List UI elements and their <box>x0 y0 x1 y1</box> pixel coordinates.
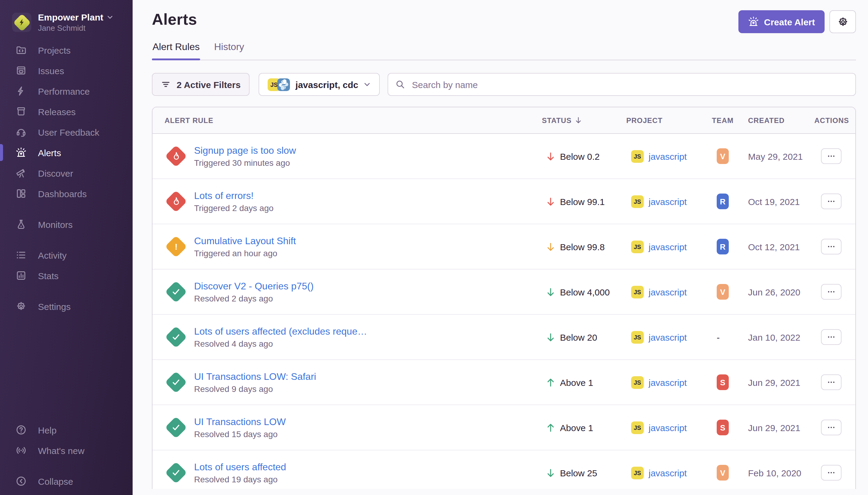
row-actions-button[interactable] <box>821 284 841 300</box>
trend-down-icon <box>545 151 556 161</box>
siren-icon <box>16 147 27 158</box>
create-alert-button[interactable]: Create Alert <box>738 10 824 33</box>
dashboards-icon <box>16 188 27 199</box>
alerts-settings-button[interactable] <box>829 10 856 33</box>
status-threshold: Above 1 <box>560 377 593 387</box>
tab-alert-rules[interactable]: Alert Rules <box>152 41 201 60</box>
fire-icon <box>171 151 181 161</box>
sidebar-item-stats[interactable]: Stats <box>0 265 133 286</box>
row-actions-button[interactable] <box>821 239 841 254</box>
ellipsis-icon <box>827 332 836 342</box>
column-header-status[interactable]: Status <box>542 116 626 124</box>
row-actions-button[interactable] <box>821 193 841 209</box>
sidebar-item-alerts[interactable]: Alerts <box>0 142 133 163</box>
sidebar-item-performance[interactable]: Performance <box>0 81 133 101</box>
alert-rule-link[interactable]: Lots of errors! <box>194 190 274 201</box>
column-header-alert-rule[interactable]: Alert Rule <box>153 116 542 124</box>
check-icon <box>171 377 181 387</box>
sidebar-footer: Help What's new Collapse <box>0 420 133 491</box>
table-row: ! Cumulative Layout Shift Triggered an h… <box>153 224 855 270</box>
search-icon <box>396 80 405 89</box>
project-link[interactable]: javascript <box>648 151 687 161</box>
column-header-project[interactable]: Project <box>626 116 712 124</box>
row-actions-button[interactable] <box>821 420 841 435</box>
alert-rule-link[interactable]: UI Transactions LOW <box>194 416 286 427</box>
trend-up-icon <box>545 377 556 387</box>
active-filters-button[interactable]: 2 Active Filters <box>152 73 249 96</box>
status-threshold: Below 99.8 <box>560 241 605 252</box>
chevron-down-icon <box>364 81 371 88</box>
table-header-row: Alert Rule Status Project Team Created A… <box>153 107 855 134</box>
sidebar-item-releases[interactable]: Releases <box>0 101 133 122</box>
column-header-created[interactable]: Created <box>748 116 814 124</box>
alert-rule-link[interactable]: Cumulative Layout Shift <box>194 236 296 246</box>
sidebar-item-monitors[interactable]: Monitors <box>0 214 133 235</box>
table-body: Signup page is too slow Triggered 30 min… <box>153 134 855 489</box>
javascript-platform-icon: JS <box>631 240 644 253</box>
project-link[interactable]: javascript <box>648 422 687 432</box>
project-link[interactable]: javascript <box>648 196 687 206</box>
org-switcher[interactable]: Empower Plant Jane Schmidt <box>0 12 133 33</box>
alert-rule-detail: Triggered 30 minutes ago <box>194 158 296 167</box>
sidebar-item-projects[interactable]: Projects <box>0 40 133 60</box>
row-actions-button[interactable] <box>821 465 841 480</box>
alert-rule-link[interactable]: UI Transactions LOW: Safari <box>194 371 316 382</box>
javascript-platform-icon: JS <box>631 421 644 434</box>
team-avatar[interactable]: V <box>717 148 729 164</box>
project-link[interactable]: javascript <box>648 287 687 297</box>
row-actions-button[interactable] <box>821 329 841 345</box>
javascript-platform-icon: JS <box>631 331 644 343</box>
team-avatar[interactable]: R <box>717 239 729 254</box>
trend-down-icon <box>545 467 556 478</box>
check-icon <box>171 287 181 297</box>
project-link[interactable]: javascript <box>648 377 687 387</box>
trend-down-icon <box>545 196 556 206</box>
project-link[interactable]: javascript <box>648 332 687 342</box>
sidebar-item-activity[interactable]: Activity <box>0 245 133 265</box>
sidebar-item-label: Settings <box>38 301 71 311</box>
team-avatar[interactable]: V <box>717 284 729 300</box>
sidebar-item-help[interactable]: Help <box>0 420 133 440</box>
alert-rule-link[interactable]: Lots of users affected <box>194 462 286 472</box>
search-input[interactable] <box>411 79 848 90</box>
broadcast-icon <box>16 445 27 456</box>
created-date: Oct 12, 2021 <box>748 241 800 252</box>
sidebar-nav: Projects Issues Performance Releases Use… <box>0 40 133 317</box>
team-avatar[interactable]: S <box>717 374 729 390</box>
header-actions: Create Alert <box>738 10 856 33</box>
tab-history[interactable]: History <box>214 41 245 60</box>
alert-rule-detail: Resolved 19 days ago <box>194 474 286 484</box>
sidebar-item-settings[interactable]: Settings <box>0 296 133 317</box>
org-info: Empower Plant Jane Schmidt <box>38 12 124 33</box>
team-avatar[interactable]: R <box>717 193 729 209</box>
alert-rule-link[interactable]: Discover V2 - Queries p75() <box>194 281 314 291</box>
sidebar-item-issues[interactable]: Issues <box>0 60 133 81</box>
sidebar-item-discover[interactable]: Discover <box>0 163 133 183</box>
sidebar-item-collapse[interactable]: Collapse <box>0 471 133 491</box>
table-row: UI Transactions LOW Resolved 15 days ago… <box>153 405 855 450</box>
table-row: Signup page is too slow Triggered 30 min… <box>153 134 855 179</box>
alert-status-diamond-resolved <box>164 461 188 484</box>
project-filter-icons: JS <box>267 78 290 91</box>
row-actions-button[interactable] <box>821 374 841 390</box>
sidebar-item-whats-new[interactable]: What's new <box>0 440 133 461</box>
alert-rule-detail: Resolved 15 days ago <box>194 429 286 439</box>
project-filter-dropdown[interactable]: JS javascript, cdc <box>259 73 380 96</box>
sidebar-item-dashboards[interactable]: Dashboards <box>0 183 133 204</box>
project-link[interactable]: javascript <box>648 467 687 478</box>
ellipsis-icon <box>827 151 836 161</box>
table-row: Lots of users affected Resolved 19 days … <box>153 450 855 489</box>
sidebar-item-label: Releases <box>38 106 76 117</box>
column-header-team[interactable]: Team <box>712 116 748 124</box>
team-avatar[interactable]: S <box>717 420 729 435</box>
row-actions-button[interactable] <box>821 148 841 164</box>
sidebar-item-label: Discover <box>38 168 73 178</box>
user-name: Jane Schmidt <box>38 23 124 33</box>
sidebar-item-user-feedback[interactable]: User Feedback <box>0 122 133 142</box>
javascript-platform-icon: JS <box>631 195 644 208</box>
alert-rule-link[interactable]: Lots of users affected (excludes reque… <box>194 326 367 337</box>
alert-rule-link[interactable]: Signup page is too slow <box>194 145 296 156</box>
project-link[interactable]: javascript <box>648 241 687 252</box>
team-avatar[interactable]: V <box>717 465 729 480</box>
sidebar-item-label: Projects <box>38 45 71 55</box>
